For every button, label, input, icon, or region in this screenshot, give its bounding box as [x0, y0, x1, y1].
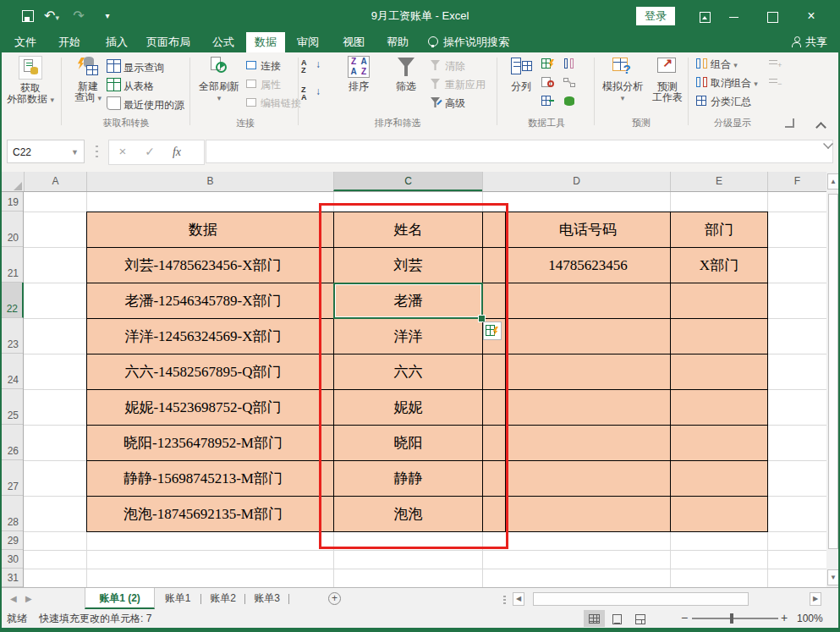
scroll-up-button[interactable]: ▲: [827, 173, 839, 190]
enter-formula-button[interactable]: ✓: [136, 140, 163, 162]
scroll-left-button[interactable]: ◀: [513, 592, 524, 606]
advanced-filter-button[interactable]: 高级: [430, 96, 465, 111]
manage-data-model-button[interactable]: [563, 95, 580, 109]
new-query-button[interactable]: 新建 查询 ▾: [69, 56, 107, 104]
cell-e23[interactable]: [670, 318, 768, 354]
ungroup-button[interactable]: 取消组合 ▾: [695, 76, 758, 91]
zoom-slider-thumb[interactable]: [730, 613, 733, 624]
ribbon-display-options-button[interactable]: [690, 0, 719, 32]
row-header-19[interactable]: 19: [0, 192, 23, 212]
cell-b20[interactable]: 数据: [86, 212, 320, 248]
formula-input[interactable]: [206, 140, 833, 163]
tell-me-search[interactable]: 操作说明搜索: [443, 32, 509, 52]
zoom-slider-track[interactable]: [692, 618, 778, 619]
cell-d26[interactable]: [505, 425, 671, 461]
cell-b23[interactable]: 洋洋-12456324569-X部门: [86, 318, 320, 354]
tab-home[interactable]: 开始: [52, 32, 86, 52]
get-external-data-button[interactable]: 获取 外部数据 ▾: [3, 56, 58, 106]
zoom-out-button[interactable]: −: [681, 609, 688, 628]
consolidate-button[interactable]: [541, 95, 558, 109]
tab-insert[interactable]: 插入: [100, 32, 134, 52]
cell-e27[interactable]: [670, 460, 768, 497]
row-header-29[interactable]: 29: [0, 531, 23, 550]
col-header-C[interactable]: C: [333, 172, 482, 191]
refresh-all-button[interactable]: 全部刷新 ▾: [196, 56, 242, 104]
col-header-E[interactable]: E: [670, 172, 767, 191]
cell-b28[interactable]: 泡泡-18745692135-M部门: [86, 496, 320, 532]
filter-button[interactable]: 筛选: [387, 56, 425, 92]
cell-e26[interactable]: [670, 425, 768, 461]
cell-e25[interactable]: [670, 389, 768, 426]
next-sheet-button[interactable]: ▶: [25, 594, 32, 603]
relationships-button[interactable]: [563, 76, 580, 91]
scroll-down-button[interactable]: ▼: [827, 569, 839, 585]
cell-b27[interactable]: 静静-15698745213-M部门: [86, 460, 320, 497]
cell-e28[interactable]: [670, 496, 768, 532]
flash-fill-options-button[interactable]: [483, 321, 502, 340]
connections-button[interactable]: 连接: [245, 59, 281, 74]
cell-d27[interactable]: [505, 460, 671, 497]
row-header-28[interactable]: 28: [0, 496, 23, 531]
tab-help[interactable]: 帮助: [381, 32, 415, 52]
data-validation-button[interactable]: [541, 76, 558, 91]
select-all-corner[interactable]: [0, 172, 24, 192]
sheet-tab-2[interactable]: 账单1: [156, 588, 199, 609]
recent-sources-button[interactable]: 最近使用的源: [107, 96, 184, 111]
col-header-B[interactable]: B: [86, 172, 333, 191]
row-header-26[interactable]: 26: [0, 425, 23, 460]
row-header-27[interactable]: 27: [0, 460, 23, 496]
cell-b21[interactable]: 刘芸-14785623456-X部门: [86, 247, 320, 283]
row-header-22[interactable]: 22: [0, 283, 24, 318]
sort-ascending-button[interactable]: AZ↓: [301, 59, 323, 78]
from-table-button[interactable]: 从表格: [107, 78, 154, 92]
cell-e22[interactable]: [670, 283, 768, 319]
tab-data[interactable]: 数据: [246, 32, 285, 52]
sort-descending-button[interactable]: ZA↓: [301, 86, 323, 105]
cell-d24[interactable]: [505, 354, 671, 390]
cell-e20[interactable]: 部门: [670, 212, 768, 248]
cell-b22[interactable]: 老潘-12546345789-X部门: [86, 283, 320, 319]
edit-links-button[interactable]: 编辑链接: [245, 96, 301, 111]
horizontal-scrollbar-thumb[interactable]: [533, 592, 749, 606]
subtotal-button[interactable]: 分类汇总: [695, 95, 751, 109]
sort-button[interactable]: ZAAZ 排序: [340, 56, 377, 92]
sheet-tab-1[interactable]: 账单1 (2): [85, 588, 155, 609]
cancel-formula-button[interactable]: ×: [109, 140, 136, 162]
zoom-in-button[interactable]: +: [781, 609, 788, 628]
row-header-31[interactable]: 31: [0, 569, 23, 587]
new-sheet-button[interactable]: +: [328, 592, 341, 605]
cell-d25[interactable]: [505, 389, 671, 426]
tab-page-layout[interactable]: 页面布局: [142, 32, 195, 52]
scroll-right-button[interactable]: ▶: [810, 592, 821, 606]
row-header-20[interactable]: 20: [0, 212, 23, 247]
minimize-button[interactable]: [719, 0, 748, 32]
row-header-30[interactable]: 30: [0, 550, 23, 569]
clear-filter-button[interactable]: 清除: [430, 59, 465, 74]
close-button[interactable]: ×: [797, 0, 826, 32]
flash-fill-button[interactable]: [541, 58, 558, 72]
remove-duplicates-button[interactable]: [563, 58, 580, 72]
row-header-23[interactable]: 23: [0, 318, 23, 354]
cell-e21[interactable]: X部门: [670, 247, 768, 283]
col-header-D[interactable]: D: [482, 172, 670, 191]
cell-b25[interactable]: 妮妮-14523698752-Q部门: [86, 389, 320, 426]
show-queries-button[interactable]: 显示查询: [107, 59, 164, 74]
namebox-splitter[interactable]: [96, 144, 98, 159]
tab-scrollbar-splitter[interactable]: [503, 595, 506, 605]
col-header-A[interactable]: A: [24, 172, 86, 191]
cell-e24[interactable]: [670, 354, 768, 390]
cell-b26[interactable]: 晓阳-12356478952-M部门: [86, 425, 320, 461]
page-break-view-button[interactable]: [629, 610, 651, 627]
forecast-sheet-button[interactable]: ↗ 预测 工作表: [648, 56, 687, 103]
hide-detail-button[interactable]: −: [768, 76, 785, 91]
cell-d21[interactable]: 14785623456: [505, 247, 671, 283]
row-header-24[interactable]: 24: [0, 354, 23, 389]
cell-d22[interactable]: [505, 283, 671, 319]
zoom-level[interactable]: 100%: [797, 609, 823, 628]
tab-file[interactable]: 文件: [8, 32, 42, 52]
normal-view-button[interactable]: [584, 610, 605, 627]
reapply-filter-button[interactable]: 重新应用: [430, 78, 486, 92]
name-box[interactable]: C22▼: [7, 140, 85, 163]
col-header-F[interactable]: F: [767, 172, 826, 191]
show-detail-button[interactable]: +: [768, 58, 785, 72]
